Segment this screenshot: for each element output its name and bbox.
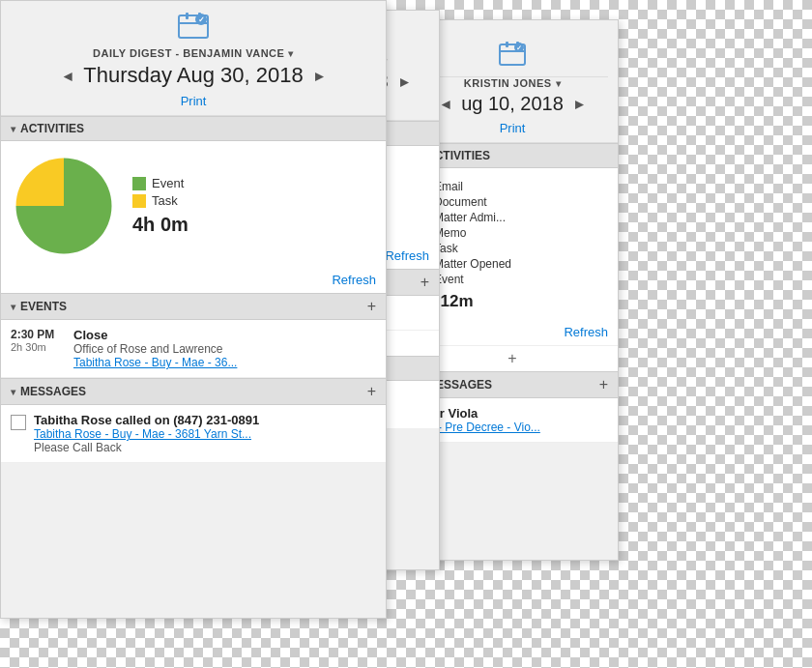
card1-messages-area: Tabitha Rose called on (847) 231-0891 Ta… [1,405,386,463]
card-benjamin-vance: ✓ DAILY DIGEST - BENJAMIN VANCE ▾ ◂ Thur… [0,0,387,619]
card3-legend-email: Email [417,180,608,193]
card3-next-button[interactable]: ▸ [571,95,587,113]
card1-event-item-0: 2:30 PM 2h 30m Close Office of Rose and … [1,320,386,378]
card1-messages-chevron[interactable]: ▾ [11,387,15,397]
card3-messages-add[interactable]: + [599,377,608,392]
card1-date-nav: ◂ Thursday Aug 30, 2018 ▸ [11,63,376,88]
card1-events-section: ▾ EVENTS + [1,293,386,320]
card1-message-title: Tabitha Rose called on (847) 231-0891 [34,413,376,427]
svg-rect-1 [506,42,508,47]
card1-event-duration: 2h 30m [11,341,64,353]
card1-total-time: 4h 0m [132,214,376,236]
card1-message-checkbox[interactable] [11,415,26,430]
card1-messages-add[interactable]: + [367,384,376,399]
card1-refresh-link[interactable]: Refresh [1,271,386,293]
card1-event-title: Close [73,328,376,342]
card1-legend-event: Event [132,176,376,190]
card1-event-time-col: 2:30 PM 2h 30m [11,328,64,369]
card3-calendar-icon: ✓ [417,30,608,77]
card3-date: ug 10, 2018 [461,93,564,115]
card3-dropdown-arrow[interactable]: ▾ [556,78,562,89]
card3-prev-button[interactable]: ◂ [438,95,453,113]
card3-total-time: 2h 12m [417,292,608,311]
card3-legend-matter-opened: Matter Opened [417,257,608,271]
card1-pie-chart [11,153,117,259]
card1-next-button[interactable]: ▸ [311,67,327,85]
svg-text:✓: ✓ [198,15,205,24]
card1-message-link[interactable]: Tabitha Rose - Buy - Mae - 3681 Yarn St.… [34,427,324,441]
card2-events-add[interactable]: + [420,275,429,290]
card3-print-link[interactable]: Print [500,121,526,135]
card1-header: ✓ DAILY DIGEST - BENJAMIN VANCE ▾ ◂ Thur… [1,1,386,116]
card1-event-subtitle: Office of Rose and Lawrence [73,342,376,356]
card1-dropdown-arrow[interactable]: ▾ [288,48,294,59]
card1-digest-text: DAILY DIGEST - BENJAMIN VANCE [93,47,284,59]
card1-event-time: 2:30 PM [11,328,64,341]
svg-text:✓: ✓ [516,44,522,51]
card3-digest-label: KRISTIN JONES ▾ [417,77,608,89]
card1-print-link[interactable]: Print [181,94,207,108]
card2-next-button[interactable]: ▸ [396,73,412,91]
card1-messages-title: ▾ MESSAGES [11,385,86,398]
card1-legend-task: Task [132,193,376,208]
card3-legend: Email Document Matter Admi... Memo Task [417,180,608,311]
card3-legend-event: Event [417,273,608,286]
card1-events-add[interactable]: + [367,299,376,314]
card1-event-details: Close Office of Rose and Lawrence Tabith… [73,328,376,369]
card1-date: Thursday Aug 30, 2018 [83,63,304,88]
card3-legend-document: Document [417,195,608,209]
card1-events-area: 2:30 PM 2h 30m Close Office of Rose and … [1,320,386,378]
card1-event-link[interactable]: Tabitha Rose - Buy - Mae - 36... [73,356,325,369]
card1-message-item-0: Tabitha Rose called on (847) 231-0891 Ta… [1,405,386,463]
card3-message-title: g for Viola [417,406,608,421]
card1-activities-title: ▾ ACTIVITIES [11,122,84,135]
card1-activities-chevron[interactable]: ▾ [11,124,15,134]
svg-rect-14 [186,13,188,19]
card1-legend: Event Task 4h 0m [132,176,376,236]
card1-event-swatch [132,177,146,190]
card1-message-body: Please Call Back [34,441,376,454]
card1-prev-button[interactable]: ◂ [60,67,75,85]
card1-activities-section: ▾ ACTIVITIES [1,116,386,141]
card3-date-nav: ◂ ug 10, 2018 ▸ [417,93,608,115]
card1-events-chevron[interactable]: ▾ [11,302,15,312]
card1-messages-section: ▾ MESSAGES + [1,378,386,405]
card1-task-swatch [132,194,146,208]
card1-events-title: ▾ EVENTS [11,300,67,313]
card3-message-link[interactable]: iola - Pre Decree - Vio... [417,421,608,434]
card3-legend-matter-admi: Matter Admi... [417,211,608,224]
card3-legend-memo: Memo [417,226,608,240]
card3-legend-task: Task [417,242,608,255]
card1-digest-label: DAILY DIGEST - BENJAMIN VANCE ▾ [11,47,376,59]
card3-digest-text: KRISTIN JONES [464,77,552,89]
card1-message-content: Tabitha Rose called on (847) 231-0891 Ta… [34,413,376,454]
card1-calendar-icon: ✓ [11,11,376,44]
card3-message-content: g for Viola iola - Pre Decree - Vio... [417,406,608,434]
card1-activities-area: Event Task 4h 0m [1,141,386,271]
